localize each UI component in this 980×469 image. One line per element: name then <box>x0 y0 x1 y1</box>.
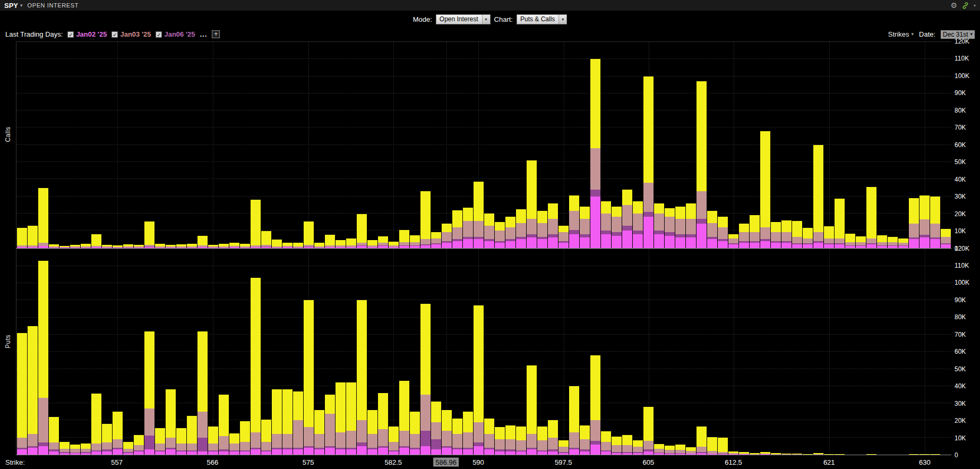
oi-bar-segment <box>28 448 38 455</box>
oi-bar <box>612 249 622 455</box>
link-icon[interactable] <box>961 2 969 10</box>
oi-bar-segment <box>155 248 165 248</box>
oi-bar-segment <box>612 207 622 217</box>
y-axis-tick-label: 60K <box>955 141 966 149</box>
oi-bar-segment <box>336 432 346 448</box>
oi-bar <box>282 42 293 248</box>
calls-plot <box>16 41 951 249</box>
oi-bar <box>378 249 388 455</box>
oi-bar <box>336 42 346 248</box>
oi-bar-segment <box>643 407 654 441</box>
oi-bar <box>367 249 377 455</box>
checkbox-checked-icon[interactable]: ✓ <box>156 31 162 38</box>
day-filter-label[interactable]: Jan06 '25 <box>164 30 195 38</box>
symbol-selector[interactable]: SPY ▾ <box>4 2 23 10</box>
oi-bar <box>261 249 271 455</box>
oi-bar-segment <box>357 420 367 442</box>
y-axis-tick-label: 20K <box>955 417 966 424</box>
y-axis-tick-label: 70K <box>955 124 966 131</box>
oi-bar-segment <box>590 148 600 190</box>
day-filter[interactable]: ✓Jan03 '25 <box>111 30 151 38</box>
caret-down-icon[interactable]: ▾ <box>974 3 976 8</box>
oi-bar-segment <box>389 451 399 455</box>
oi-bar-segment <box>781 243 792 248</box>
oi-bar <box>527 42 537 248</box>
more-days-ellipsis[interactable]: ... <box>200 30 207 38</box>
oi-bar-segment <box>229 451 239 455</box>
day-filter-label[interactable]: Jan02 '25 <box>76 30 107 38</box>
oi-bar-segment <box>134 451 144 455</box>
oi-bar-segment <box>505 217 515 227</box>
oi-bar-segment <box>612 445 622 452</box>
mode-select[interactable]: Open Interest ▾ <box>436 14 491 24</box>
oi-bar-segment <box>378 246 388 248</box>
oi-bar-segment <box>176 428 186 444</box>
oi-bar-segment <box>155 444 165 450</box>
oi-bar-segment <box>750 215 760 232</box>
oi-bar-segment <box>750 232 760 241</box>
oi-bar-segment <box>866 238 876 244</box>
oi-bar <box>410 42 420 248</box>
oi-bar-segment <box>665 217 675 232</box>
oi-bar-segment <box>633 440 643 447</box>
oi-bar-segment <box>272 434 282 448</box>
oi-bar <box>697 249 707 455</box>
y-axis-tick-label: 90K <box>955 89 966 97</box>
oi-bar-segment <box>495 439 505 449</box>
oi-bar-segment <box>314 449 324 455</box>
oi-bar-segment <box>601 201 611 214</box>
oi-bar <box>91 249 101 455</box>
oi-bar-segment <box>718 227 728 240</box>
oi-bar-segment <box>346 449 356 455</box>
date-dropdown-value: Dec 31st <box>943 31 968 38</box>
oi-bar-segment <box>219 451 229 455</box>
puts-plot <box>16 249 951 456</box>
y-axis-tick-label: 30K <box>955 193 966 200</box>
oi-bar <box>176 42 186 248</box>
oi-bar-segment <box>367 410 377 434</box>
oi-bar-segment <box>697 191 707 219</box>
oi-bar-segment <box>527 160 537 219</box>
oi-bar-segment <box>580 237 590 248</box>
oi-bar-segment <box>813 145 823 233</box>
oi-bar-segment <box>633 234 643 248</box>
oi-bar-segment <box>835 244 845 248</box>
day-filter[interactable]: ✓Jan06 '25 <box>156 30 195 38</box>
oi-bar <box>134 42 144 248</box>
oi-bar-segment <box>569 432 579 448</box>
oi-bar-segment <box>229 247 239 248</box>
oi-bar <box>612 42 622 248</box>
oi-bar-segment <box>325 235 335 245</box>
checkbox-checked-icon[interactable]: ✓ <box>67 31 74 38</box>
oi-bar-segment <box>304 247 314 248</box>
oi-bar-segment <box>505 451 515 455</box>
add-expiration-button[interactable]: + <box>212 30 220 38</box>
oi-bar-segment <box>697 219 707 224</box>
oi-bar <box>548 42 558 248</box>
oi-bar <box>452 42 462 248</box>
oi-bar <box>452 249 462 455</box>
oi-bar-segment <box>59 453 70 455</box>
y-axis-tick-label: 80K <box>955 313 966 321</box>
oi-bar-segment <box>176 451 186 455</box>
chart-select-value: Puts & Calls <box>520 15 555 23</box>
checkbox-checked-icon[interactable]: ✓ <box>111 31 118 38</box>
oi-bar-segment <box>272 248 282 248</box>
oi-bar-segment <box>548 451 558 455</box>
chart-select[interactable]: Puts & Calls ▾ <box>517 14 567 24</box>
strikes-dropdown[interactable]: Strikes ▾ <box>888 30 914 38</box>
oi-bar-segment <box>654 214 664 231</box>
day-filter[interactable]: ✓Jan02 '25 <box>67 30 107 38</box>
oi-bar <box>102 42 112 248</box>
oi-bar-segment <box>909 224 919 237</box>
oi-bar-segment <box>643 451 654 455</box>
oi-bar <box>803 249 813 455</box>
day-filter-label[interactable]: Jan03 '25 <box>120 30 151 38</box>
gear-icon[interactable]: ⚙ <box>950 2 957 9</box>
oi-bar-segment <box>59 248 70 248</box>
oi-bar-segment <box>442 232 452 241</box>
oi-bar-segment <box>484 449 494 455</box>
oi-bar-segment <box>452 210 462 227</box>
caret-down-icon: ▾ <box>482 15 490 24</box>
oi-bar-segment <box>835 199 845 238</box>
